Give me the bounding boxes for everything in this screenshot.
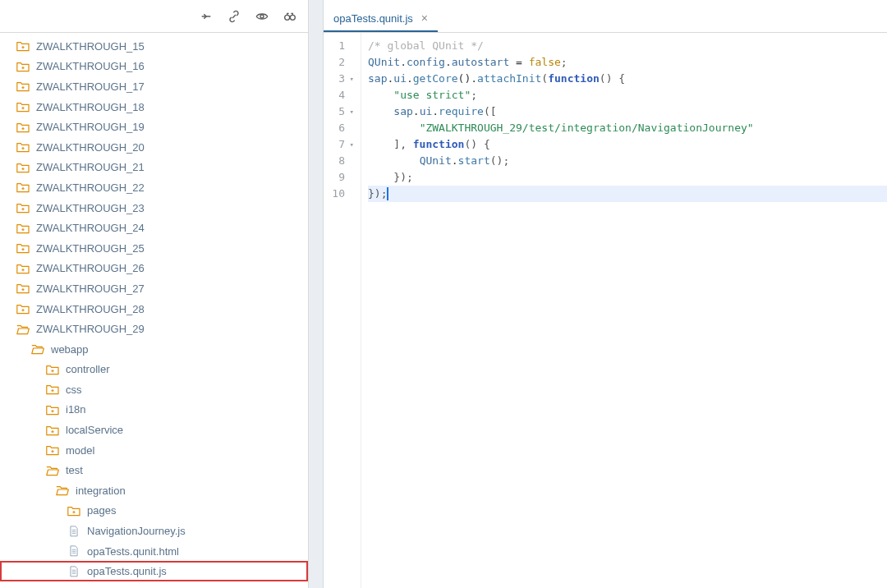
line-gutter: 123▾45▾67▾8910 bbox=[324, 33, 361, 588]
folder-plus-icon bbox=[16, 141, 30, 153]
folder-plus-icon bbox=[16, 242, 30, 254]
file-icon bbox=[67, 526, 80, 537]
code-line[interactable]: QUnit.start(); bbox=[368, 153, 887, 169]
folder-plus-icon bbox=[16, 61, 30, 72]
tree-item-label: ZWALKTHROUGH_24 bbox=[36, 222, 145, 234]
tree-item-label: localService bbox=[66, 424, 123, 436]
folder-plus-icon bbox=[46, 404, 59, 416]
eye-icon[interactable] bbox=[255, 10, 269, 23]
tree-item[interactable]: NavigationJourney.js bbox=[0, 521, 308, 541]
code-line[interactable]: ], function() { bbox=[368, 136, 887, 153]
folder-plus-icon bbox=[46, 364, 59, 375]
tree-item[interactable]: pages bbox=[0, 501, 308, 521]
tree-item-label: model bbox=[66, 444, 94, 457]
folder-plus-icon bbox=[67, 505, 80, 517]
tree-item-label: ZWALKTHROUGH_27 bbox=[36, 283, 145, 295]
tree-item[interactable]: ZWALKTHROUGH_22 bbox=[0, 177, 308, 198]
text-cursor bbox=[387, 187, 388, 200]
tree-item[interactable]: webapp bbox=[0, 339, 308, 360]
folder-plus-icon bbox=[16, 162, 30, 173]
collapse-icon[interactable] bbox=[200, 10, 213, 23]
folder-plus-icon bbox=[16, 283, 30, 294]
tree-item-label: ZWALKTHROUGH_16 bbox=[36, 60, 145, 72]
file-icon bbox=[67, 566, 80, 577]
gutter-line: 5▾ bbox=[327, 103, 354, 120]
panel-divider[interactable] bbox=[309, 0, 324, 588]
tree-item[interactable]: test bbox=[0, 460, 308, 480]
folder-plus-icon bbox=[16, 40, 30, 52]
tree-item[interactable]: opaTests.qunit.js bbox=[0, 561, 308, 581]
folder-open-icon bbox=[16, 324, 30, 335]
tree-item[interactable]: ZWALKTHROUGH_25 bbox=[0, 238, 308, 259]
tree-item[interactable]: ZWALKTHROUGH_19 bbox=[0, 117, 308, 137]
editor-tab[interactable]: opaTests.qunit.js × bbox=[324, 6, 438, 32]
fold-marker-icon[interactable]: ▾ bbox=[347, 103, 354, 120]
folder-plus-icon bbox=[16, 122, 30, 133]
folder-open-icon bbox=[56, 485, 69, 496]
tree-item-label: NavigationJourney.js bbox=[87, 525, 186, 537]
tree-item-label: test bbox=[66, 464, 83, 476]
tree-item[interactable]: ZWALKTHROUGH_16 bbox=[0, 57, 308, 77]
tree-item[interactable]: ZWALKTHROUGH_15 bbox=[0, 36, 308, 57]
tree-item-label: i18n bbox=[66, 403, 86, 416]
gutter-line: 8 bbox=[327, 153, 354, 169]
gutter-line: 7▾ bbox=[327, 136, 354, 153]
code-line[interactable]: "use strict"; bbox=[368, 87, 887, 103]
binoculars-icon[interactable] bbox=[283, 10, 296, 23]
code-line[interactable]: }); bbox=[368, 169, 887, 186]
tree-item-label: ZWALKTHROUGH_20 bbox=[36, 141, 145, 154]
folder-open-icon bbox=[46, 465, 59, 476]
tree-item[interactable]: ZWALKTHROUGH_23 bbox=[0, 198, 308, 218]
tree-item[interactable]: css bbox=[0, 379, 308, 400]
tree-item-label: ZWALKTHROUGH_19 bbox=[36, 121, 145, 133]
code-body[interactable]: /* global QUnit */QUnit.config.autostart… bbox=[361, 33, 887, 588]
tree-item[interactable]: opaTests.qunit.html bbox=[0, 541, 308, 562]
tree-item-label: pages bbox=[87, 504, 116, 517]
tree-item[interactable]: ZWALKTHROUGH_18 bbox=[0, 97, 308, 117]
file-tree[interactable]: ZWALKTHROUGH_15ZWALKTHROUGH_16ZWALKTHROU… bbox=[0, 33, 308, 588]
code-line[interactable]: }); bbox=[368, 186, 887, 202]
tree-item[interactable]: controller bbox=[0, 360, 308, 380]
tree-item[interactable]: localService bbox=[0, 420, 308, 440]
code-line[interactable]: "ZWALKTHROUGH_29/test/integration/Naviga… bbox=[368, 120, 887, 136]
editor-tabs: opaTests.qunit.js × bbox=[324, 0, 887, 33]
sidebar: ZWALKTHROUGH_15ZWALKTHROUGH_16ZWALKTHROU… bbox=[0, 0, 309, 588]
tree-item-label: css bbox=[66, 384, 82, 396]
tree-item[interactable]: ZWALKTHROUGH_20 bbox=[0, 137, 308, 158]
folder-plus-icon bbox=[46, 425, 59, 436]
tree-item[interactable]: integration bbox=[0, 480, 308, 501]
fold-marker-icon[interactable]: ▾ bbox=[347, 136, 354, 153]
tree-item[interactable]: ZWALKTHROUGH_28 bbox=[0, 299, 308, 319]
tree-item-label: integration bbox=[76, 485, 126, 497]
file-icon bbox=[67, 545, 80, 557]
tree-item-label: ZWALKTHROUGH_23 bbox=[36, 202, 145, 214]
tree-item-label: ZWALKTHROUGH_25 bbox=[36, 242, 145, 255]
tab-label: opaTests.qunit.js bbox=[333, 12, 413, 25]
folder-plus-icon bbox=[16, 303, 30, 315]
code-line[interactable]: /* global QUnit */ bbox=[368, 38, 887, 54]
tree-item-label: ZWALKTHROUGH_17 bbox=[36, 80, 145, 93]
sidebar-toolbar bbox=[0, 0, 308, 33]
tree-item-label: controller bbox=[66, 363, 109, 375]
tree-item[interactable]: ZWALKTHROUGH_26 bbox=[0, 259, 308, 279]
tree-item-label: ZWALKTHROUGH_29 bbox=[36, 323, 145, 335]
fold-marker-icon[interactable]: ▾ bbox=[347, 71, 354, 87]
link-icon[interactable] bbox=[227, 10, 241, 23]
code-line[interactable]: sap.ui.require([ bbox=[368, 103, 887, 120]
close-icon[interactable]: × bbox=[421, 11, 428, 25]
tree-item[interactable]: i18n bbox=[0, 400, 308, 420]
code-area[interactable]: 123▾45▾67▾8910 /* global QUnit */QUnit.c… bbox=[324, 33, 887, 588]
tree-item[interactable]: model bbox=[0, 440, 308, 461]
folder-plus-icon bbox=[16, 181, 30, 193]
tree-item[interactable]: ZWALKTHROUGH_27 bbox=[0, 278, 308, 299]
code-line[interactable]: sap.ui.getCore().attachInit(function() { bbox=[368, 71, 887, 87]
tree-item[interactable]: ZWALKTHROUGH_21 bbox=[0, 158, 308, 178]
tree-item-label: opaTests.qunit.html bbox=[87, 545, 179, 558]
gutter-line: 2 bbox=[327, 54, 354, 71]
code-line[interactable]: QUnit.config.autostart = false; bbox=[368, 54, 887, 71]
tree-item[interactable]: ZWALKTHROUGH_24 bbox=[0, 218, 308, 238]
tree-item[interactable]: ZWALKTHROUGH_29 bbox=[0, 319, 308, 339]
folder-plus-icon bbox=[16, 202, 30, 214]
editor-panel: opaTests.qunit.js × 123▾45▾67▾8910 /* gl… bbox=[324, 0, 887, 588]
tree-item[interactable]: ZWALKTHROUGH_17 bbox=[0, 76, 308, 97]
